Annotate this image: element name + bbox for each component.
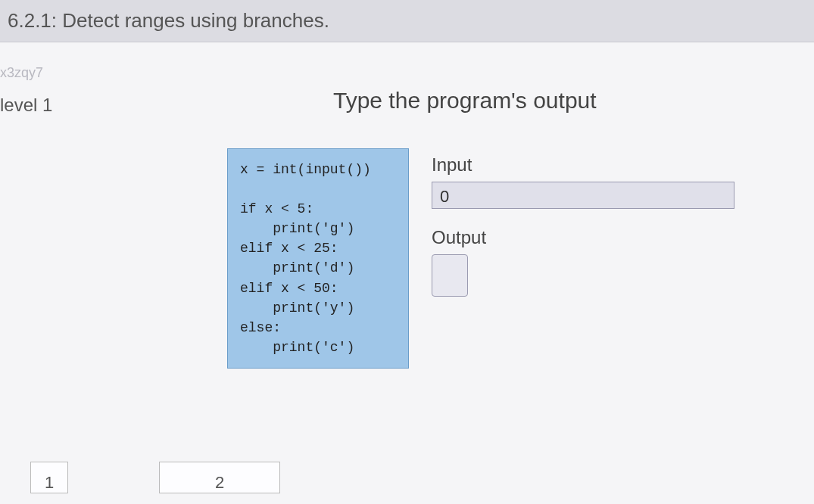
nav-prev[interactable]: 1 (30, 462, 68, 493)
output-answer-box[interactable] (432, 254, 468, 297)
watermark-text: x3zqy7 (0, 42, 814, 81)
activity-header: 6.2.1: Detect ranges using branches. (0, 0, 814, 42)
code-box: x = int(input()) if x < 5: print('g') el… (227, 148, 409, 369)
activity-title: 6.2.1: Detect ranges using branches. (8, 9, 329, 32)
prompt-title: Type the program's output (333, 88, 597, 114)
input-label: Input (432, 154, 750, 176)
exercise-row: x = int(input()) if x < 5: print('g') el… (227, 148, 750, 369)
nav-prev-label: 1 (45, 473, 54, 493)
nav-next-label: 2 (215, 473, 224, 493)
input-value-box: 0 (432, 182, 734, 209)
io-column: Input 0 Output (432, 148, 750, 297)
nav-next[interactable]: 2 (159, 462, 280, 493)
output-label: Output (432, 227, 750, 248)
bottom-nav: 1 2 (0, 462, 280, 493)
content-area: x3zqy7 level 1 Type the program's output… (0, 42, 814, 116)
